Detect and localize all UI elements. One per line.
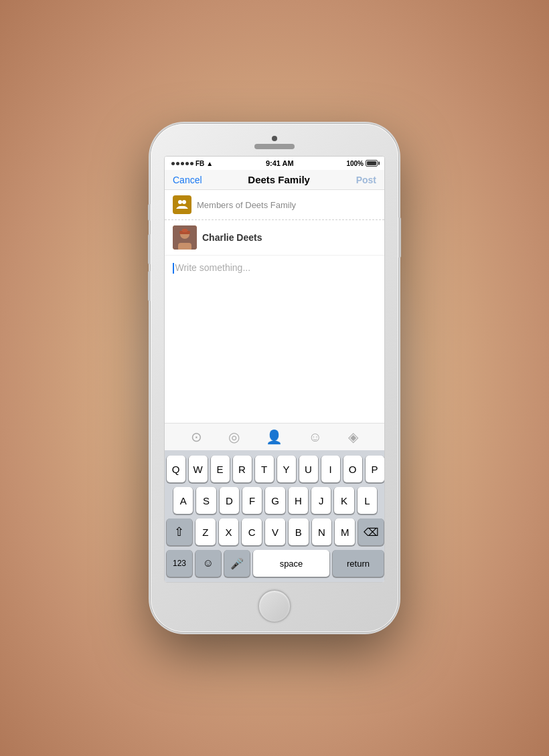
audience-label: Members of Deets Family xyxy=(197,200,296,210)
key-g[interactable]: G xyxy=(265,487,285,514)
key-x[interactable]: X xyxy=(219,518,239,545)
battery-label: 100% xyxy=(346,160,364,167)
key-d[interactable]: D xyxy=(220,487,239,514)
signal-dot-2 xyxy=(176,162,179,165)
volume-up-button xyxy=(148,234,151,264)
svg-point-0 xyxy=(178,200,182,204)
volume-down-button xyxy=(148,271,151,301)
delete-key[interactable]: ⌫ xyxy=(358,518,384,545)
cancel-button[interactable]: Cancel xyxy=(173,175,202,185)
key-z[interactable]: Z xyxy=(195,518,216,545)
signal-dot-4 xyxy=(185,162,189,165)
status-right: 100% xyxy=(346,160,378,167)
mute-button xyxy=(148,204,151,221)
key-e[interactable]: E xyxy=(211,456,230,482)
battery-fill xyxy=(367,161,376,165)
user-name: Charlie Deets xyxy=(202,232,262,243)
wifi-icon: ▲ xyxy=(206,160,213,167)
keyboard-bottom-row: 123 ☺ 🎤 space return xyxy=(167,550,384,577)
key-f[interactable]: F xyxy=(242,487,262,514)
key-o[interactable]: O xyxy=(343,456,362,482)
key-u[interactable]: U xyxy=(299,456,318,482)
shift-key[interactable]: ⇧ xyxy=(167,518,192,545)
compose-area[interactable]: Write something... xyxy=(165,256,384,423)
carrier-label: FB xyxy=(195,160,204,167)
status-left: FB ▲ xyxy=(171,160,213,167)
power-button xyxy=(398,217,401,258)
media-toolbar: ⊙ ◎ 👤 ☺ ◈ xyxy=(165,423,384,450)
num-key[interactable]: 123 xyxy=(167,550,192,577)
svg-point-1 xyxy=(182,200,186,204)
tag-people-icon[interactable]: 👤 xyxy=(266,429,283,445)
location-icon[interactable]: ◈ xyxy=(348,429,358,445)
space-key[interactable]: space xyxy=(253,550,329,577)
emoji-key[interactable]: ☺ xyxy=(195,550,221,577)
key-i[interactable]: I xyxy=(321,456,340,482)
signal-dot-1 xyxy=(171,162,175,165)
phone-top xyxy=(156,132,393,152)
keyboard-row-3: ⇧ Z X C V B N M ⌫ xyxy=(167,518,384,545)
phone-device: FB ▲ 9:41 AM 100% Cancel Deets Family Po… xyxy=(151,124,398,632)
key-s[interactable]: S xyxy=(196,487,216,514)
signal-dots xyxy=(171,162,193,165)
key-a[interactable]: A xyxy=(173,487,193,514)
text-cursor xyxy=(173,263,174,274)
earpiece xyxy=(254,144,295,149)
avatar xyxy=(173,225,197,250)
front-camera xyxy=(272,136,277,141)
audience-row[interactable]: Members of Deets Family xyxy=(165,190,384,220)
key-m[interactable]: M xyxy=(335,518,355,545)
key-b[interactable]: B xyxy=(289,518,309,545)
checkin-icon[interactable]: ◎ xyxy=(228,429,240,445)
keyboard-row-2: A S D F G H J K L xyxy=(167,487,384,514)
key-h[interactable]: H xyxy=(289,487,308,514)
camera-icon[interactable]: ⊙ xyxy=(191,429,202,445)
navigation-bar: Cancel Deets Family Post xyxy=(165,170,384,190)
home-button[interactable] xyxy=(258,589,291,623)
user-row: Charlie Deets xyxy=(165,220,384,256)
feeling-icon[interactable]: ☺ xyxy=(308,430,321,445)
key-w[interactable]: W xyxy=(189,456,208,482)
key-q[interactable]: Q xyxy=(167,456,185,482)
key-k[interactable]: K xyxy=(334,487,354,514)
post-button[interactable]: Post xyxy=(356,175,376,185)
compose-placeholder: Write something... xyxy=(175,262,251,273)
keyboard: Q W E R T Y U I O P A S D F G H J K xyxy=(165,450,385,582)
phone-screen: FB ▲ 9:41 AM 100% Cancel Deets Family Po… xyxy=(164,156,385,583)
screen-title: Deets Family xyxy=(248,174,310,185)
battery-icon xyxy=(366,160,378,167)
audience-icon xyxy=(173,195,191,214)
key-v[interactable]: V xyxy=(265,518,285,545)
key-n[interactable]: N xyxy=(312,518,332,545)
status-bar: FB ▲ 9:41 AM 100% xyxy=(165,157,384,170)
key-l[interactable]: L xyxy=(358,487,377,514)
signal-dot-5 xyxy=(190,162,193,165)
signal-dot-3 xyxy=(181,162,184,165)
return-key[interactable]: return xyxy=(333,550,384,577)
mic-key[interactable]: 🎤 xyxy=(224,550,250,577)
keyboard-row-1: Q W E R T Y U I O P xyxy=(167,456,384,482)
key-j[interactable]: J xyxy=(311,487,331,514)
key-t[interactable]: T xyxy=(255,456,274,482)
svg-rect-4 xyxy=(178,243,191,250)
key-y[interactable]: Y xyxy=(277,456,296,482)
key-p[interactable]: P xyxy=(366,456,384,482)
key-c[interactable]: C xyxy=(242,518,262,545)
svg-rect-6 xyxy=(182,229,187,232)
clock: 9:41 AM xyxy=(266,159,294,167)
key-r[interactable]: R xyxy=(233,456,252,482)
